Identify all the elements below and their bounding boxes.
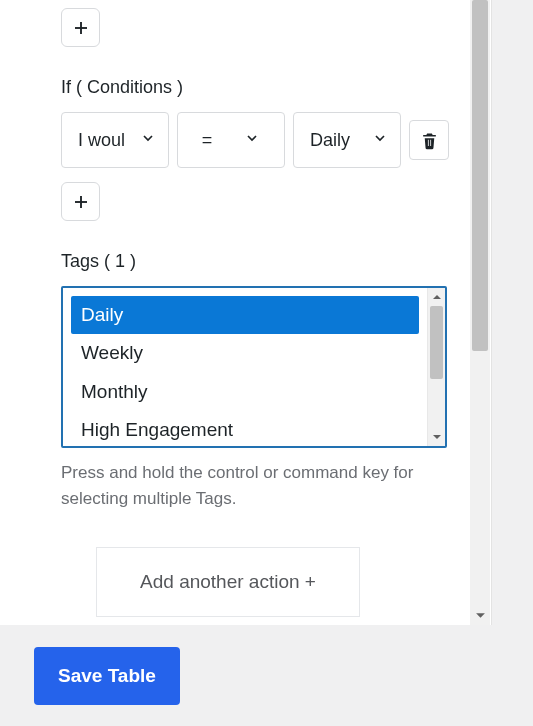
panel-scrollbar[interactable] [470,0,490,625]
scroll-down-button[interactable] [470,605,490,625]
tags-hint: Press and hold the control or command ke… [61,460,447,511]
add-condition-button[interactable] [61,182,100,221]
scroll-thumb[interactable] [430,306,443,379]
plus-icon [72,193,90,211]
conditions-label: If ( Conditions ) [61,77,455,98]
condition-column-select[interactable]: I woul [61,112,169,168]
tag-option[interactable]: High Engagement [71,411,419,446]
scroll-up-button[interactable] [428,288,445,306]
delete-condition-button[interactable] [409,120,449,160]
chevron-down-icon [140,130,156,151]
chevron-down-icon [432,432,442,442]
tag-option[interactable]: Weekly [71,334,419,372]
condition-column-value: I woul [78,130,125,151]
condition-row: I woul = Daily [61,112,455,168]
chevron-up-icon [432,292,442,302]
condition-operator-select[interactable]: = [177,112,285,168]
condition-operator-value: = [202,130,213,151]
tags-list: Daily Weekly Monthly High Engagement [63,288,427,446]
tag-option[interactable]: Daily [71,296,419,334]
save-table-button[interactable]: Save Table [34,647,180,705]
scroll-thumb[interactable] [472,0,488,351]
scroll-track[interactable] [470,0,490,605]
condition-value-select[interactable]: Daily [293,112,401,168]
chevron-down-icon [372,130,388,151]
chevron-down-icon [475,610,486,621]
scroll-down-button[interactable] [428,428,445,446]
tags-multiselect[interactable]: Daily Weekly Monthly High Engagement [61,286,447,448]
tag-option[interactable]: Monthly [71,373,419,411]
chevron-down-icon [244,130,260,151]
tags-scrollbar[interactable] [427,288,445,446]
add-another-action-button[interactable]: Add another action + [96,547,360,617]
bottom-bar: Save Table [0,625,533,726]
panel-scroll-area: If ( Conditions ) I woul = Daily [0,0,469,625]
editor-panel: If ( Conditions ) I woul = Daily [0,0,492,625]
trash-icon [420,131,439,150]
condition-value-value: Daily [310,130,350,151]
add-row-button-top[interactable] [61,8,100,47]
scroll-track[interactable] [428,306,445,428]
tags-label: Tags ( 1 ) [61,251,455,272]
plus-icon [72,19,90,37]
